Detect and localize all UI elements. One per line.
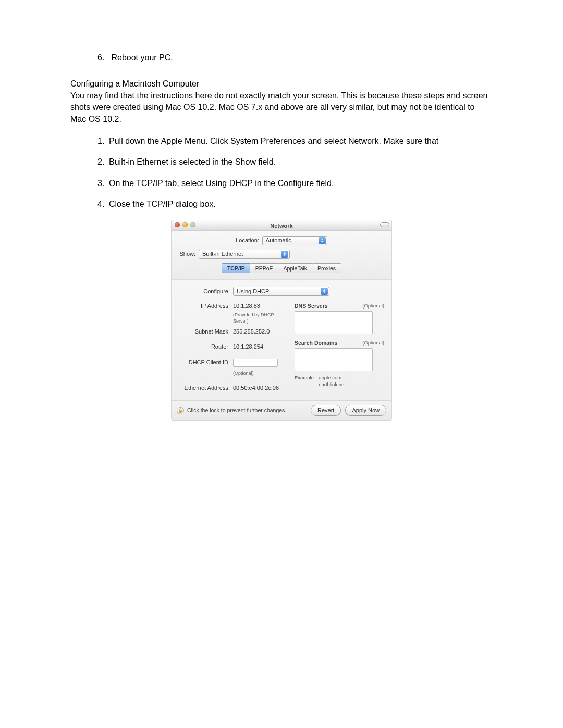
search-domains-input[interactable] xyxy=(295,348,373,371)
list-text: On the TCP/IP tab, select Using DHCP in … xyxy=(109,178,493,189)
toolbar-toggle-icon[interactable] xyxy=(380,222,389,227)
search-domains-label: Search Domains xyxy=(295,339,337,347)
lock-text: Click the lock to prevent further change… xyxy=(187,406,286,414)
list-text: Built-in Ethernet is selected in the Sho… xyxy=(109,156,493,168)
section-heading: Configuring a Macintosh Computer xyxy=(70,78,493,90)
list-number: 1. xyxy=(97,135,109,147)
router-label: Router: xyxy=(179,343,233,351)
show-label: Show: xyxy=(177,250,199,258)
window-titlebar: Network xyxy=(172,220,391,231)
list-number: 2. xyxy=(97,156,109,168)
list-text: Pull down the Apple Menu. Click System P… xyxy=(109,135,493,147)
dhcp-client-id-label: DHCP Client ID: xyxy=(179,359,233,369)
ordered-list: 1. Pull down the Apple Menu. Click Syste… xyxy=(97,135,493,211)
dns-optional-label: (Optional) xyxy=(362,302,384,310)
configure-select[interactable]: Using DHCP xyxy=(233,287,329,296)
lock-icon[interactable]: 🔒 xyxy=(177,407,184,414)
chevron-updown-icon xyxy=(281,251,288,258)
screenshot-figure: Network Location: Automatic Show: Built-… xyxy=(70,220,493,421)
subnet-mask-label: Subnet Mask: xyxy=(179,328,233,336)
tab-proxies[interactable]: Proxies xyxy=(312,263,341,274)
configure-label: Configure: xyxy=(179,288,233,295)
tab-pppoe[interactable]: PPPoE xyxy=(250,263,279,274)
list-number: 4. xyxy=(97,199,109,210)
revert-button[interactable]: Revert xyxy=(311,405,341,416)
example-label: Example: xyxy=(295,375,315,380)
show-value: Built-in Ethernet xyxy=(202,250,243,258)
apply-now-button[interactable]: Apply Now xyxy=(345,405,386,416)
list-item: 1. Pull down the Apple Menu. Click Syste… xyxy=(97,135,493,147)
tab-bar: TCP/IP PPPoE AppleTalk Proxies xyxy=(177,263,386,274)
ethernet-address-value: 00:50:e4:00:2c:06 xyxy=(233,384,288,392)
configure-value: Using DHCP xyxy=(237,288,269,295)
example-value-1: apple.com xyxy=(319,375,341,380)
minimize-icon[interactable] xyxy=(182,222,188,227)
network-prefs-window: Network Location: Automatic Show: Built-… xyxy=(171,220,392,421)
location-value: Automatic xyxy=(266,237,291,244)
list-item: 2. Built-in Ethernet is selected in the … xyxy=(97,156,493,168)
list-number: 6. xyxy=(97,52,109,64)
dhcp-client-id-input[interactable] xyxy=(233,359,278,367)
traffic-lights xyxy=(175,222,195,227)
zoom-icon[interactable] xyxy=(190,222,195,227)
list-item: 4. Close the TCP/IP dialog box. xyxy=(97,199,493,210)
subnet-mask-value: 255.255.252.0 xyxy=(233,328,288,336)
example-text: Example: apple.com Example: earthlink.ne… xyxy=(295,374,384,388)
ip-address-label: IP Address: xyxy=(179,302,233,310)
list-text: Close the TCP/IP dialog box. xyxy=(109,199,493,210)
dns-servers-label: DNS Servers xyxy=(295,302,328,310)
ip-address-value: 10.1.28.83 xyxy=(233,302,288,310)
location-label: Location: xyxy=(236,237,262,244)
router-value: 10.1.28.254 xyxy=(233,343,288,351)
document-page: 6. Reboot your PC. Configuring a Macinto… xyxy=(0,0,563,421)
list-item: 3. On the TCP/IP tab, select Using DHCP … xyxy=(97,178,493,189)
show-select[interactable]: Built-in Ethernet xyxy=(199,250,290,259)
location-select[interactable]: Automatic xyxy=(262,236,327,245)
tcpip-panel: Configure: Using DHCP IP Address: 10.1.2… xyxy=(172,280,391,400)
chevron-updown-icon xyxy=(321,288,328,295)
close-icon[interactable] xyxy=(175,222,180,227)
search-domains-optional-label: (Optional) xyxy=(362,339,384,347)
example-value-2: earthlink.net xyxy=(319,381,346,387)
chevron-updown-icon xyxy=(319,237,326,244)
list-number: 3. xyxy=(97,178,109,189)
dhcp-client-id-note: (Optional) xyxy=(233,370,288,377)
list-text: Reboot your PC. xyxy=(111,53,173,62)
tab-tcpip[interactable]: TCP/IP xyxy=(222,263,251,274)
ethernet-address-label: Ethernet Address: xyxy=(179,384,233,392)
ip-address-note: (Provided by DHCP Server) xyxy=(233,312,288,325)
tab-appletalk[interactable]: AppleTalk xyxy=(278,263,313,274)
window-title: Network xyxy=(172,220,391,231)
section-intro: You may find that the instructions here … xyxy=(70,90,493,125)
dns-servers-input[interactable] xyxy=(295,311,373,334)
step-6: 6. Reboot your PC. xyxy=(97,52,493,64)
